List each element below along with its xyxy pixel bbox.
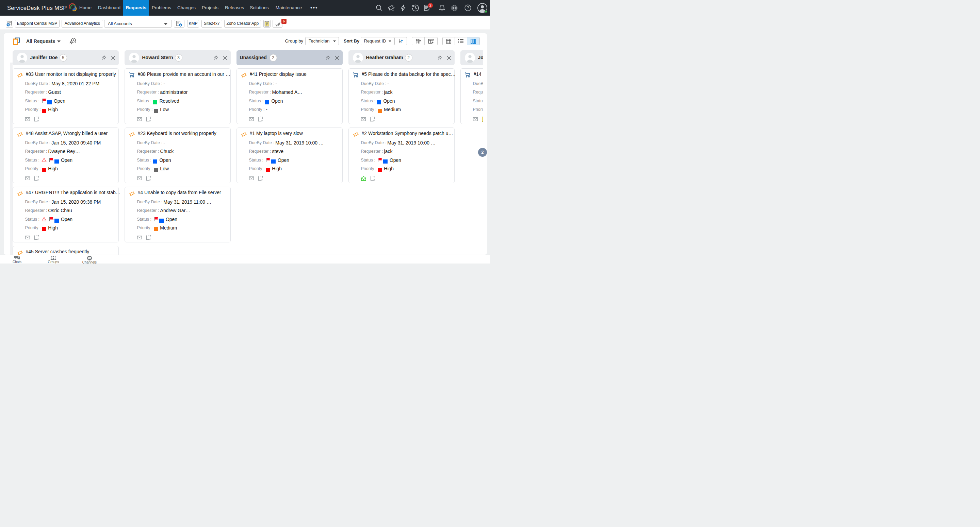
- svg-text:?: ?: [467, 5, 469, 10]
